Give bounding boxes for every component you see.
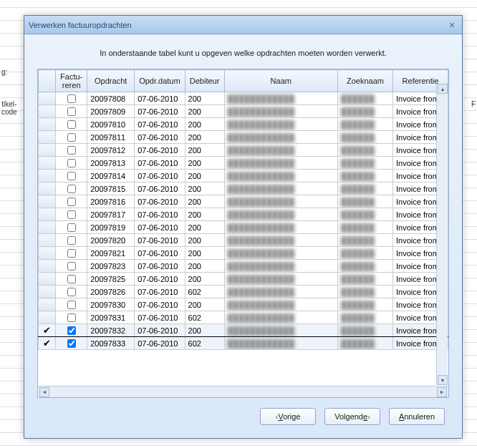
row-mark-cell xyxy=(39,311,56,324)
debiteur-cell: 602 xyxy=(185,311,224,324)
opdracht-cell: 20097808 xyxy=(87,92,135,105)
datum-cell: 07-06-2010 xyxy=(135,144,185,157)
naam-cell: ████████████ xyxy=(224,144,337,157)
table-row[interactable]: 2009782607-06-2010602██████████████████I… xyxy=(39,286,448,298)
factureren-checkbox[interactable] xyxy=(67,133,76,142)
next-button[interactable]: Volgende xyxy=(324,408,380,425)
row-mark-cell xyxy=(39,260,56,273)
opdracht-cell: 20097823 xyxy=(87,260,135,273)
factureren-checkbox[interactable] xyxy=(67,288,76,296)
naam-cell: ████████████ xyxy=(224,92,337,105)
scroll-down-icon[interactable]: ▾ xyxy=(438,375,448,385)
factureren-checkbox[interactable] xyxy=(67,236,76,245)
naam-cell: ████████████ xyxy=(224,273,337,286)
naam-cell: ████████████ xyxy=(224,131,337,144)
factureren-checkbox[interactable] xyxy=(67,120,76,129)
table-row[interactable]: 2009781307-06-2010200██████████████████I… xyxy=(39,157,448,170)
factureren-checkbox[interactable] xyxy=(67,223,76,232)
factureren-cell xyxy=(56,221,87,234)
table-row[interactable]: 2009782107-06-2010200██████████████████I… xyxy=(39,247,448,260)
row-mark-cell xyxy=(39,221,56,234)
factureren-checkbox[interactable] xyxy=(67,313,76,322)
naam-cell: ████████████ xyxy=(224,170,337,182)
table-row[interactable]: 2009783107-06-2010602██████████████████I… xyxy=(39,311,448,324)
col-header-factureren[interactable]: Factu- reren xyxy=(56,70,87,92)
table-row[interactable]: 2009781707-06-2010200██████████████████I… xyxy=(39,208,448,221)
zoeknaam-cell: ██████ xyxy=(337,195,392,208)
vertical-scrollbar[interactable]: ▴ ▾ xyxy=(436,84,448,385)
factureren-cell xyxy=(56,247,87,260)
factureren-checkbox[interactable] xyxy=(67,159,76,167)
factureren-checkbox[interactable] xyxy=(67,326,76,335)
datum-cell: 07-06-2010 xyxy=(135,221,185,234)
factureren-cell xyxy=(56,157,87,170)
debiteur-cell: 200 xyxy=(185,195,224,208)
opdracht-cell: 20097817 xyxy=(87,208,135,221)
table-row[interactable]: 2009782007-06-2010200██████████████████I… xyxy=(39,234,448,247)
scroll-left-icon[interactable]: ◂ xyxy=(39,387,49,397)
datum-cell: 07-06-2010 xyxy=(135,195,185,208)
table-row[interactable]: ✔2009783307-06-2010602██████████████████… xyxy=(39,337,448,350)
factureren-cell xyxy=(56,337,87,350)
zoeknaam-cell: ██████ xyxy=(337,311,392,324)
factureren-cell xyxy=(56,286,87,298)
opdracht-cell: 20097816 xyxy=(87,195,135,208)
factureren-cell xyxy=(56,92,87,105)
table-row[interactable]: 2009782507-06-2010200██████████████████I… xyxy=(39,273,448,286)
zoeknaam-cell: ██████ xyxy=(337,118,392,131)
table-row[interactable]: 2009781107-06-2010200██████████████████I… xyxy=(39,131,448,144)
factureren-cell xyxy=(56,170,87,182)
scroll-right-icon[interactable]: ▸ xyxy=(437,387,447,397)
factureren-checkbox[interactable] xyxy=(67,339,76,348)
cancel-label: nnuleren xyxy=(404,412,435,421)
col-header-opdrdatum[interactable]: Opdr.datum xyxy=(135,70,185,92)
opdracht-cell: 20097815 xyxy=(87,182,135,195)
table-row[interactable]: 2009781407-06-2010200██████████████████I… xyxy=(39,170,448,182)
table-row[interactable]: 2009781207-06-2010200██████████████████I… xyxy=(39,144,448,157)
factureren-cell xyxy=(56,298,87,311)
factureren-checkbox[interactable] xyxy=(67,198,76,206)
zoeknaam-cell: ██████ xyxy=(337,234,392,247)
table-row[interactable]: 2009781007-06-2010200██████████████████I… xyxy=(39,118,448,131)
table-row[interactable]: 2009781907-06-2010200██████████████████I… xyxy=(39,221,448,234)
prev-button[interactable]: Vorige xyxy=(260,408,316,425)
datum-cell: 07-06-2010 xyxy=(135,247,185,260)
cancel-button[interactable]: Annuleren xyxy=(389,408,445,425)
opdracht-cell: 20097819 xyxy=(87,221,135,234)
zoeknaam-cell: ██████ xyxy=(337,170,392,182)
row-mark-cell xyxy=(39,195,56,208)
factureren-checkbox[interactable] xyxy=(67,94,76,103)
table-row[interactable]: 2009781607-06-2010200██████████████████I… xyxy=(39,195,448,208)
factureren-checkbox[interactable] xyxy=(67,107,76,116)
table-row[interactable]: 2009781507-06-2010200██████████████████I… xyxy=(39,182,448,195)
debiteur-cell: 200 xyxy=(185,144,224,157)
horizontal-scrollbar[interactable]: ◂ ▸ xyxy=(38,386,448,397)
table-row[interactable]: 2009783007-06-2010200██████████████████I… xyxy=(39,298,448,311)
factureren-checkbox[interactable] xyxy=(67,301,76,309)
col-header-naam[interactable]: Naam xyxy=(224,70,337,92)
factureren-checkbox[interactable] xyxy=(67,249,76,258)
table-row[interactable]: 2009780807-06-2010200██████████████████I… xyxy=(39,92,448,105)
close-icon[interactable]: × xyxy=(446,19,458,31)
scroll-up-icon[interactable]: ▴ xyxy=(438,84,448,94)
table-container: Factu- reren Opdracht Opdr.datum Debiteu… xyxy=(37,69,449,398)
hscroll-track[interactable] xyxy=(49,387,437,397)
table-row[interactable]: 2009782307-06-2010200██████████████████I… xyxy=(39,260,448,273)
table-row[interactable]: 2009780907-06-2010200██████████████████I… xyxy=(39,105,448,118)
factureren-checkbox[interactable] xyxy=(67,275,76,283)
factureren-checkbox[interactable] xyxy=(67,185,76,193)
factureren-checkbox[interactable] xyxy=(67,210,76,219)
col-header-zoeknaam[interactable]: Zoeknaam xyxy=(337,70,392,92)
col-header-debiteur[interactable]: Debiteur xyxy=(185,70,224,92)
datum-cell: 07-06-2010 xyxy=(135,157,185,170)
col-header-mark[interactable] xyxy=(39,70,56,92)
factureren-checkbox[interactable] xyxy=(67,146,76,155)
factureren-checkbox[interactable] xyxy=(67,172,76,180)
row-mark-cell xyxy=(39,247,56,260)
bg-label-g: g: xyxy=(1,68,7,76)
factureren-cell xyxy=(56,182,87,195)
factureren-checkbox[interactable] xyxy=(67,262,76,271)
table-row[interactable]: ✔2009783207-06-2010200██████████████████… xyxy=(39,324,448,337)
table-scroll-area[interactable]: Factu- reren Opdracht Opdr.datum Debiteu… xyxy=(38,69,448,386)
col-header-opdracht[interactable]: Opdracht xyxy=(87,70,135,92)
